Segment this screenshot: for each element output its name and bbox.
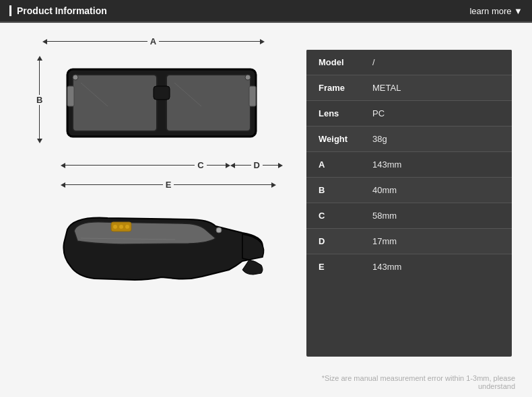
spec-table-container: Model/FrameMETALLensPCWeight38gA143mmB40… — [306, 50, 512, 357]
line-CD — [207, 165, 226, 166]
page-header: Product Information learn more ▼ — [0, 0, 532, 23]
spec-table: Model/FrameMETALLensPCWeight38gA143mmB40… — [306, 50, 512, 279]
arrow-left-A — [42, 39, 47, 44]
spec-value: METAL — [360, 75, 512, 101]
spec-row-weight: Weight38g — [306, 127, 512, 152]
svg-rect-6 — [67, 86, 74, 106]
spec-row-lens: LensPC — [306, 101, 512, 127]
svg-point-12 — [119, 225, 123, 229]
arrow-right-A — [260, 39, 265, 44]
label-E: E — [163, 180, 174, 190]
product-images-panel: A B — [0, 23, 306, 397]
line-E — [65, 184, 163, 185]
svg-rect-2 — [166, 75, 251, 131]
arrow-left-D — [230, 163, 235, 168]
svg-point-11 — [113, 225, 117, 229]
line-A2 — [159, 41, 259, 42]
dim-CD-row: C D — [61, 160, 283, 170]
arrow-right-C — [226, 163, 230, 168]
spacer — [20, 170, 286, 180]
spec-value: 143mm — [360, 152, 512, 178]
spec-value: 17mm — [360, 229, 512, 254]
arrow-up-B — [37, 56, 42, 61]
arrow-right-D — [278, 163, 283, 168]
spec-value: / — [360, 50, 512, 75]
dim-B-container: B — [34, 56, 45, 143]
svg-point-4 — [73, 75, 78, 80]
line-D2 — [263, 165, 278, 166]
arrow-down-B — [37, 139, 42, 143]
v-line-B2 — [39, 105, 40, 139]
spec-label: Weight — [306, 127, 360, 152]
spec-label: Model — [306, 50, 360, 75]
measurement-note: *Size are manual measurement error withi… — [306, 370, 522, 390]
spec-value: 58mm — [360, 203, 512, 229]
spec-label: Frame — [306, 75, 360, 101]
annotations-wrapper: A B — [20, 36, 286, 289]
learn-more-link[interactable]: learn more ▼ — [469, 6, 523, 16]
label-D: D — [251, 160, 263, 170]
v-line-B1 — [39, 61, 40, 95]
spec-label: C — [306, 203, 360, 229]
front-view-container: B — [20, 49, 286, 159]
spec-label: E — [306, 254, 360, 280]
svg-rect-7 — [249, 86, 256, 106]
page-title: Product Information — [9, 5, 107, 16]
spec-label: D — [306, 229, 360, 254]
spec-value: 40mm — [360, 178, 512, 203]
spec-label: B — [306, 178, 360, 203]
spec-row-a: A143mm — [306, 152, 512, 178]
svg-point-14 — [216, 227, 222, 233]
label-A: A — [147, 36, 159, 46]
line-E2 — [174, 184, 271, 185]
dim-A-row: A — [42, 36, 265, 46]
spec-row-e: E143mm — [306, 254, 512, 280]
line-C — [65, 165, 195, 166]
spec-row-c: C58mm — [306, 203, 512, 229]
arrow-left-E — [61, 182, 65, 188]
right-panel: Model/FrameMETALLensPCWeight38gA143mmB40… — [306, 23, 532, 397]
arrow-right-E — [271, 182, 276, 188]
arrow-left-C — [61, 163, 65, 168]
svg-rect-1 — [73, 75, 157, 131]
line-D — [235, 165, 251, 166]
line-A — [47, 41, 147, 42]
label-B: B — [34, 95, 45, 105]
spec-value: 38g — [360, 127, 512, 152]
spec-row-b: B40mm — [306, 178, 512, 203]
spec-row-d: D17mm — [306, 229, 512, 254]
spec-value: PC — [360, 101, 512, 127]
glasses-front-svg — [54, 49, 269, 159]
svg-point-5 — [245, 75, 251, 80]
spec-row-model: Model/ — [306, 50, 512, 75]
dim-E-row: E — [61, 180, 276, 190]
label-C: C — [195, 160, 206, 170]
glasses-side-svg — [54, 192, 269, 289]
main-content: A B — [0, 23, 532, 397]
spec-value: 143mm — [360, 254, 512, 280]
spec-row-frame: FrameMETAL — [306, 75, 512, 101]
spec-label: A — [306, 152, 360, 178]
spec-label: Lens — [306, 101, 360, 127]
svg-point-13 — [125, 225, 129, 229]
svg-rect-3 — [154, 86, 170, 100]
